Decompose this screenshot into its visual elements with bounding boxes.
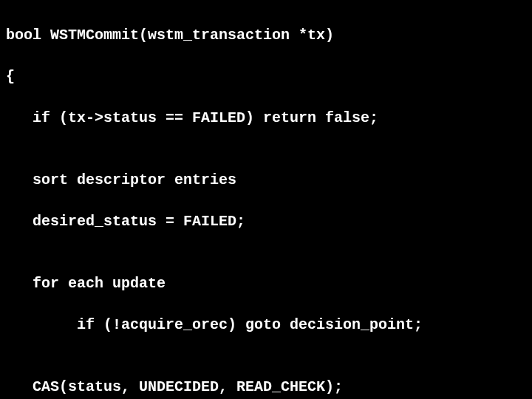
code-line: { bbox=[6, 66, 526, 87]
code-line: CAS(status, UNDECIDED, READ_CHECK); bbox=[6, 377, 526, 398]
code-line: sort descriptor entries bbox=[6, 170, 526, 191]
code-line: if (tx->status == FAILED) return false; bbox=[6, 108, 526, 129]
code-line: for each update bbox=[6, 273, 526, 294]
code-line: desired_status = FAILED; bbox=[6, 211, 526, 232]
code-line: bool WSTMCommit(wstm_transaction *tx) bbox=[6, 25, 526, 46]
code-line: if (!acquire_orec) goto decision_point; bbox=[6, 315, 526, 335]
code-block: bool WSTMCommit(wstm_transaction *tx) { … bbox=[0, 0, 532, 399]
